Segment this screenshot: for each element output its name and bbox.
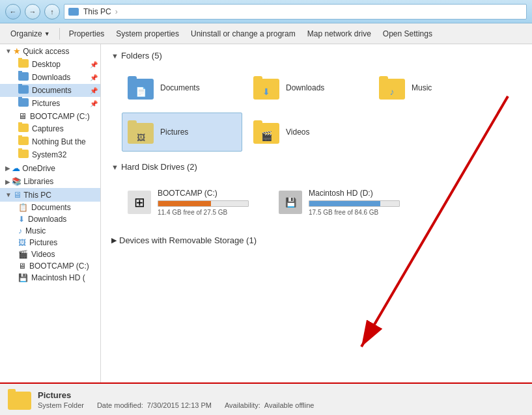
sidebar-item-downloads2[interactable]: ⬇ Downloads	[0, 213, 100, 225]
sidebar-item-pictures[interactable]: Pictures 📌	[0, 97, 100, 110]
hd-icon: 💾	[285, 197, 296, 208]
forward-button[interactable]: →	[25, 4, 40, 20]
status-details: System Folder Date modified: 7/30/2015 1…	[38, 401, 524, 409]
map-network-button[interactable]: Map network drive	[302, 27, 376, 40]
this-pc-group: ▼ 🖥 This PC 📋 Documents ⬇ Downloads ♪ Mu…	[0, 188, 100, 284]
this-pc-label: This PC	[23, 191, 51, 200]
address-bar[interactable]: This PC ›	[64, 4, 527, 20]
sidebar-item-system32[interactable]: System32	[0, 148, 100, 161]
folder-tile-music[interactable]: ♪ Music	[373, 68, 494, 107]
folder-tile-videos[interactable]: 🎬 Videos	[247, 113, 368, 152]
up-button[interactable]: ↑	[44, 4, 60, 20]
onedrive-group: ▶ ☁ OneDrive	[0, 161, 100, 175]
system-properties-button[interactable]: System properties	[111, 27, 184, 40]
title-bar: ← → ↑ This PC ›	[0, 0, 532, 23]
sidebar-item-captures[interactable]: Captures	[0, 122, 100, 135]
sidebar-item-videos2[interactable]: 🎬 Videos	[0, 248, 100, 260]
music2-icon: ♪	[18, 226, 22, 235]
devices-section: ▶ Devices with Removable Storage (1)	[111, 235, 522, 245]
status-type-group: System Folder	[38, 401, 84, 409]
disk-tile-bootcamp[interactable]: ⊞ BOOTCAMP (C:) 11.4 GB free of 27.5 GB	[122, 180, 265, 225]
documents-tile-icon: 📄	[128, 76, 154, 100]
disk-expand-icon: ▼	[111, 163, 119, 171]
downloads-tile-icon: ⬇	[253, 76, 279, 100]
videos-tile-icon: 🎬	[253, 120, 279, 144]
folder-tile-downloads[interactable]: ⬇ Downloads	[247, 68, 368, 107]
bootcamp2-icon: 🖥	[18, 261, 26, 271]
bootcamp-bar-container	[158, 200, 249, 207]
libraries-label: Libraries	[23, 177, 53, 186]
downloads2-icon: ⬇	[18, 215, 25, 224]
folders-grid: 📄 Documents ⬇ Downloads	[111, 68, 522, 152]
libraries-group: ▶ 📚 Libraries	[0, 175, 100, 188]
sidebar-item-pictures2[interactable]: 🖼 Pictures	[0, 237, 100, 248]
folder-tile-pictures[interactable]: 🖼 Pictures	[122, 113, 242, 152]
pictures-tile-label: Pictures	[160, 127, 188, 137]
quick-access-header[interactable]: ▼ ★ Quick access	[0, 44, 100, 58]
status-availability-group: Availability: Available offline	[225, 401, 314, 409]
this-pc-expand-icon: ▼	[5, 191, 12, 198]
status-name: Pictures	[38, 390, 524, 400]
properties-button[interactable]: Properties	[64, 27, 110, 40]
pictures2-icon: 🖼	[18, 238, 26, 247]
macintosh-bar-container	[309, 200, 400, 207]
videos2-icon: 🎬	[18, 250, 28, 259]
music-tile-icon: ♪	[379, 76, 405, 100]
desktop-folder-icon	[18, 59, 29, 70]
open-settings-button[interactable]: Open Settings	[378, 27, 438, 40]
music-tile-label: Music	[412, 83, 432, 92]
devices-expand-icon: ▶	[111, 236, 117, 245]
folders-section-header[interactable]: ▼ Folders (5)	[111, 51, 522, 60]
disk-section-header[interactable]: ▼ Hard Disk Drives (2)	[111, 162, 522, 172]
status-date-modified-label: Date modified:	[97, 401, 143, 409]
bootcamp-disk-free: 11.4 GB free of 27.5 GB	[158, 209, 259, 216]
onedrive-header[interactable]: ▶ ☁ OneDrive	[0, 161, 100, 175]
toolbar-divider-1	[59, 28, 60, 40]
sidebar-item-bootcamp[interactable]: 🖥 BOOTCAMP (C:)	[0, 110, 100, 122]
downloads-tile-label: Downloads	[286, 83, 324, 92]
sidebar-item-documents[interactable]: Documents 📌	[0, 84, 100, 97]
libraries-header[interactable]: ▶ 📚 Libraries	[0, 175, 100, 188]
onedrive-label: OneDrive	[22, 164, 55, 173]
captures-folder-icon	[18, 124, 29, 134]
sidebar-item-desktop[interactable]: Desktop 📌	[0, 58, 100, 71]
documents2-icon: 📋	[18, 203, 28, 212]
address-text: This PC	[83, 7, 111, 16]
organize-button[interactable]: Organize ▼	[5, 27, 55, 40]
bootcamp-drive-icon: 🖥	[18, 111, 27, 121]
sidebar-item-macintosh[interactable]: 💾 Macintosh HD (	[0, 272, 100, 284]
sidebar-item-music2[interactable]: ♪ Music	[0, 225, 100, 237]
status-availability-value: Available offline	[264, 401, 315, 409]
onedrive-icon: ☁	[12, 163, 20, 173]
sidebar-item-documents2[interactable]: 📋 Documents	[0, 202, 100, 213]
content-area: ▼ Folders (5) 📄 Documents ⬇	[101, 44, 532, 382]
disk-section: ▼ Hard Disk Drives (2) ⊞ BOOTCAMP (C:) 1…	[111, 162, 522, 225]
bootcamp-disk-icon: ⊞	[128, 191, 151, 214]
devices-section-header[interactable]: ▶ Devices with Removable Storage (1)	[111, 235, 522, 245]
pin-icon-pictures: 📌	[90, 100, 98, 107]
status-info: Pictures System Folder Date modified: 7/…	[38, 390, 524, 409]
macintosh-disk-free: 17.5 GB free of 84.6 GB	[309, 209, 410, 216]
folder-tile-documents[interactable]: 📄 Documents	[122, 68, 242, 107]
folders-section-label: Folders (5)	[121, 51, 162, 60]
onedrive-expand-icon: ▶	[5, 165, 10, 172]
quick-access-expand-icon: ▼	[5, 47, 12, 55]
system32-folder-icon	[18, 150, 29, 160]
address-monitor-icon	[68, 8, 79, 16]
sidebar-item-nothing[interactable]: Nothing But the	[0, 135, 100, 148]
devices-section-label: Devices with Removable Storage (1)	[119, 235, 257, 245]
sidebar-item-bootcamp2[interactable]: 🖥 BOOTCAMP (C:)	[0, 260, 100, 272]
videos-tile-label: Videos	[286, 127, 309, 137]
macintosh-disk-name: Macintosh HD (D:)	[309, 189, 410, 198]
toolbar: Organize ▼ Properties System properties …	[0, 23, 532, 44]
disk-tile-macintosh[interactable]: 💾 Macintosh HD (D:) 17.5 GB free of 84.6…	[273, 180, 416, 225]
status-folder-icon	[8, 389, 31, 410]
libraries-icon: 📚	[12, 177, 21, 186]
nothing-folder-icon	[18, 137, 29, 147]
back-button[interactable]: ←	[5, 4, 21, 20]
folders-expand-icon: ▼	[111, 52, 119, 60]
address-separator: ›	[115, 7, 118, 16]
uninstall-button[interactable]: Uninstall or change a program	[186, 27, 301, 40]
this-pc-header[interactable]: ▼ 🖥 This PC	[0, 188, 100, 202]
sidebar-item-downloads[interactable]: Downloads 📌	[0, 71, 100, 84]
